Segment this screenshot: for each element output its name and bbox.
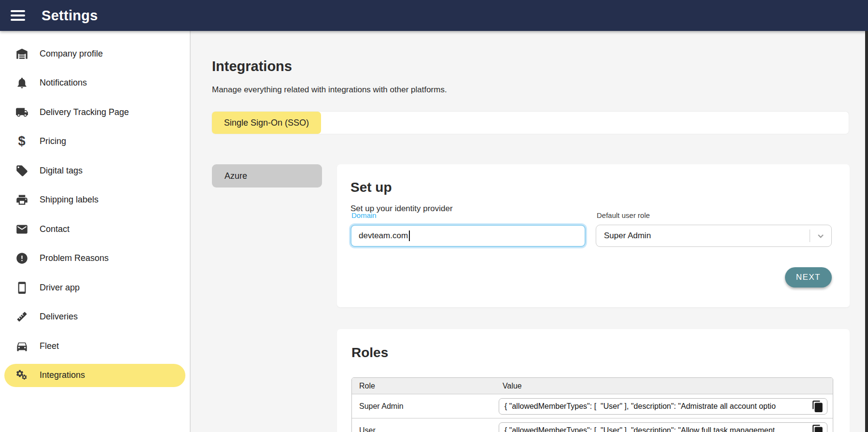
roles-title: Roles (351, 345, 388, 360)
copy-icon (812, 424, 824, 432)
integration-tabbar: Single Sign-On (SSO) (212, 112, 849, 134)
app-header: Settings (0, 0, 868, 31)
warehouse-icon (14, 46, 29, 61)
smartphone-icon (14, 280, 29, 295)
sidebar-item-pricing[interactable]: $ Pricing (0, 127, 190, 157)
scrollbar-track[interactable] (865, 31, 868, 432)
column-header-role: Role (352, 382, 498, 390)
gears-icon (14, 368, 29, 383)
copy-button[interactable] (810, 423, 826, 432)
sidebar-item-label: Fleet (40, 341, 59, 351)
main-content: Integrations Manage everything related w… (191, 31, 868, 432)
role-value-text: { "allowedMemberTypes": [ "User" ], "des… (499, 426, 810, 432)
copy-icon (812, 400, 824, 413)
roles-card: Roles Role Value Super Admin { "allowedM… (337, 329, 850, 432)
tag-icon (14, 163, 29, 178)
role-value-text: { "allowedMemberTypes": [ "User" ], "des… (499, 402, 810, 411)
setup-card: Set up Set up your identity provider Dom… (337, 164, 850, 307)
sidebar-item-problem-reasons[interactable]: Problem Reasons (0, 244, 190, 274)
role-cell: Super Admin (352, 402, 498, 411)
provider-button-azure[interactable]: Azure (212, 164, 322, 187)
envelope-icon (14, 222, 29, 236)
table-row: Super Admin { "allowedMemberTypes": [ "U… (352, 394, 833, 418)
sidebar-item-deliveries[interactable]: Deliveries (0, 302, 190, 332)
sidebar-item-label: Problem Reasons (40, 253, 109, 263)
car-icon (14, 339, 29, 353)
roles-table-header: Role Value (352, 378, 833, 394)
sidebar-item-label: Contact (40, 224, 70, 234)
sidebar-item-contact[interactable]: Contact (0, 215, 190, 244)
role-value-field[interactable]: { "allowedMemberTypes": [ "User" ], "des… (499, 422, 827, 432)
dollar-icon: $ (14, 134, 29, 149)
sidebar-item-label: Driver app (40, 283, 80, 293)
role-value-field[interactable]: { "allowedMemberTypes": [ "User" ], "des… (499, 398, 827, 415)
table-row: User { "allowedMemberTypes": [ "User" ],… (352, 418, 833, 432)
default-user-role-select[interactable]: Super Admin (596, 225, 832, 247)
tab-single-sign-on[interactable]: Single Sign-On (SSO) (212, 112, 321, 134)
page-title: Settings (42, 8, 98, 24)
sidebar-item-delivery-tracking-page[interactable]: Delivery Tracking Page (0, 98, 190, 127)
sidebar: Company profile Notifications Delivery T… (0, 31, 191, 432)
role-cell: User (352, 426, 498, 432)
printer-icon (14, 193, 29, 207)
section-title: Integrations (212, 58, 292, 74)
next-button[interactable]: NEXT (785, 267, 832, 288)
sidebar-item-shipping-labels[interactable]: Shipping labels (0, 186, 190, 215)
value-cell: { "allowedMemberTypes": [ "User" ], "des… (498, 422, 833, 432)
truck-icon (14, 105, 29, 119)
sidebar-item-label: Notifications (40, 78, 87, 88)
chevron-down-icon (815, 230, 826, 242)
sidebar-item-label: Shipping labels (40, 195, 98, 205)
domain-label: Domain (351, 211, 377, 219)
sidebar-item-integrations[interactable]: Integrations (4, 364, 185, 387)
settings-page: Settings Company profile Notifications D… (0, 0, 868, 432)
domain-input[interactable]: devteam.com (350, 225, 586, 247)
sidebar-item-fleet[interactable]: Fleet (0, 331, 190, 361)
text-caret (409, 230, 410, 241)
setup-title: Set up (350, 180, 392, 195)
sidebar-item-label: Deliveries (40, 312, 78, 322)
error-icon (14, 251, 29, 266)
default-user-role-value: Super Admin (604, 231, 651, 241)
ruler-icon (14, 310, 29, 324)
domain-input-value: devteam.com (359, 231, 408, 241)
bell-icon (14, 76, 29, 90)
default-user-role-label: Default user role (597, 211, 650, 219)
sidebar-item-driver-app[interactable]: Driver app (0, 273, 190, 302)
sidebar-item-label: Delivery Tracking Page (40, 107, 129, 117)
section-subtitle: Manage everything related with integrati… (212, 85, 447, 95)
roles-table: Role Value Super Admin { "allowedMemberT… (351, 377, 833, 432)
menu-icon[interactable] (11, 10, 25, 21)
column-header-value: Value (498, 382, 833, 390)
copy-button[interactable] (810, 399, 826, 414)
sidebar-item-label: Digital tags (40, 166, 83, 176)
sidebar-item-label: Pricing (40, 136, 66, 146)
sidebar-item-digital-tags[interactable]: Digital tags (0, 156, 190, 186)
sidebar-item-label: Integrations (40, 370, 85, 380)
sidebar-item-company-profile[interactable]: Company profile (0, 39, 190, 69)
sidebar-item-label: Company profile (40, 49, 103, 59)
value-cell: { "allowedMemberTypes": [ "User" ], "des… (498, 398, 833, 415)
select-divider (810, 230, 810, 242)
sidebar-item-notifications[interactable]: Notifications (0, 69, 190, 98)
